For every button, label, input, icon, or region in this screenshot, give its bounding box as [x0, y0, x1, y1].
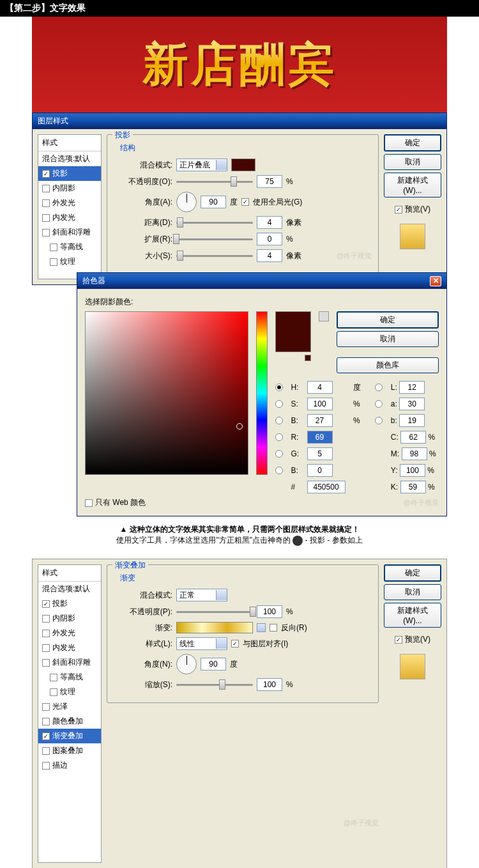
b-input[interactable] — [307, 414, 333, 427]
r-input[interactable] — [307, 431, 333, 444]
ok-button[interactable]: 确定 — [384, 134, 441, 151]
l-radio[interactable] — [375, 384, 383, 391]
h-input[interactable] — [307, 381, 333, 394]
style-contour[interactable]: 等高线 — [38, 670, 101, 685]
s-radio[interactable] — [275, 400, 283, 408]
angle-input[interactable] — [201, 658, 226, 670]
opacity-input[interactable] — [257, 605, 282, 618]
titlebar[interactable]: 图层样式 — [33, 113, 446, 129]
cancel-button[interactable]: 取消 — [384, 154, 441, 170]
dropdown-icon[interactable] — [257, 623, 266, 632]
picker-titlebar[interactable]: 拾色器 ✕ — [77, 273, 446, 289]
preview-check[interactable] — [395, 206, 402, 213]
spread-slider[interactable] — [176, 238, 253, 240]
r-radio[interactable] — [275, 433, 283, 441]
blend-mode-select[interactable]: 正常 — [176, 589, 227, 601]
k-input[interactable] — [400, 481, 426, 493]
shadow-color-swatch[interactable] — [231, 159, 255, 171]
new-style-button[interactable]: 新建样式(W)... — [384, 173, 441, 198]
style-bevel[interactable]: 斜面和浮雕 — [38, 655, 101, 670]
style-color-overlay[interactable]: 颜色叠加 — [38, 714, 101, 729]
s-input[interactable] — [307, 398, 333, 410]
checkbox[interactable] — [42, 185, 50, 192]
y-input[interactable] — [400, 464, 425, 477]
h-radio[interactable] — [275, 384, 283, 391]
checkbox[interactable] — [42, 199, 50, 207]
style-stroke[interactable]: 描边 — [38, 758, 101, 773]
a-radio[interactable] — [375, 400, 383, 408]
hue-strip[interactable] — [256, 311, 268, 475]
web-only-check[interactable] — [85, 499, 93, 507]
picker-ok-button[interactable]: 确定 — [337, 311, 439, 329]
style-inner-glow[interactable]: 内发光 — [38, 210, 101, 225]
global-light-check[interactable] — [241, 198, 249, 206]
picker-cancel-button[interactable]: 取消 — [337, 331, 439, 347]
style-drop-shadow[interactable]: 投影 — [38, 166, 101, 181]
bc-input[interactable] — [307, 464, 333, 477]
checkbox[interactable] — [42, 170, 50, 178]
blend-default[interactable]: 混合选项:默认 — [38, 151, 101, 166]
a-input[interactable] — [399, 398, 425, 410]
bb-input[interactable] — [399, 414, 425, 427]
gradient-preview[interactable] — [176, 622, 253, 633]
style-outer-glow[interactable]: 外发光 — [38, 626, 101, 640]
scale-input[interactable] — [257, 678, 282, 691]
bc-radio[interactable] — [275, 467, 283, 474]
angle-dial[interactable] — [176, 192, 197, 212]
opacity-input[interactable] — [257, 175, 282, 188]
cancel-button[interactable]: 取消 — [384, 584, 441, 600]
blend-mode-select[interactable]: 正片叠底 — [176, 159, 227, 171]
blend-default[interactable]: 混合选项:默认 — [38, 582, 101, 596]
checkbox[interactable] — [42, 644, 50, 652]
checkbox[interactable] — [42, 703, 50, 711]
angle-dial[interactable] — [176, 654, 197, 674]
cube-icon[interactable] — [319, 311, 329, 322]
l-input[interactable] — [399, 381, 425, 394]
checkbox[interactable] — [50, 258, 57, 266]
distance-slider[interactable] — [176, 222, 253, 224]
style-outer-glow[interactable]: 外发光 — [38, 196, 101, 210]
checkbox[interactable] — [50, 244, 57, 251]
checkbox[interactable] — [42, 615, 50, 623]
style-texture[interactable]: 纹理 — [38, 254, 101, 269]
style-bevel[interactable]: 斜面和浮雕 — [38, 225, 101, 240]
spread-input[interactable] — [257, 233, 282, 245]
hex-input[interactable] — [307, 481, 346, 493]
style-contour[interactable]: 等高线 — [38, 240, 101, 254]
style-texture[interactable]: 纹理 — [38, 685, 101, 699]
checkbox[interactable] — [42, 630, 50, 637]
checkbox[interactable] — [50, 674, 57, 681]
color-field[interactable] — [85, 311, 248, 475]
checkbox[interactable] — [42, 747, 50, 755]
checkbox[interactable] — [42, 600, 50, 608]
style-select[interactable]: 线性 — [176, 637, 227, 650]
style-gradient-overlay[interactable]: 渐变叠加 — [38, 729, 101, 743]
style-satin[interactable]: 光泽 — [38, 699, 101, 714]
checkbox[interactable] — [42, 214, 50, 222]
opacity-slider[interactable] — [176, 181, 253, 183]
style-inner-shadow[interactable]: 内阴影 — [38, 181, 101, 196]
checkbox[interactable] — [42, 718, 50, 725]
style-pattern-overlay[interactable]: 图案叠加 — [38, 743, 101, 758]
angle-input[interactable] — [201, 196, 226, 208]
opacity-slider[interactable] — [176, 611, 253, 613]
color-lib-button[interactable]: 颜色库 — [337, 357, 439, 373]
style-inner-shadow[interactable]: 内阴影 — [38, 611, 101, 626]
checkbox[interactable] — [50, 688, 57, 696]
m-input[interactable] — [402, 447, 427, 460]
c-input[interactable] — [400, 431, 426, 444]
g-radio[interactable] — [275, 450, 283, 458]
g-input[interactable] — [307, 447, 333, 460]
reverse-check[interactable] — [270, 624, 277, 632]
size-input[interactable] — [257, 249, 282, 262]
checkbox[interactable] — [42, 762, 50, 770]
checkbox[interactable] — [42, 659, 50, 667]
align-check[interactable] — [231, 640, 239, 647]
style-drop-shadow[interactable]: 投影 — [38, 596, 101, 611]
style-inner-glow[interactable]: 内发光 — [38, 640, 101, 655]
distance-input[interactable] — [257, 216, 282, 229]
checkbox[interactable] — [42, 732, 50, 740]
new-style-button[interactable]: 新建样式(W)... — [384, 603, 441, 628]
bb-radio[interactable] — [375, 417, 383, 424]
ok-button[interactable]: 确定 — [384, 564, 441, 582]
